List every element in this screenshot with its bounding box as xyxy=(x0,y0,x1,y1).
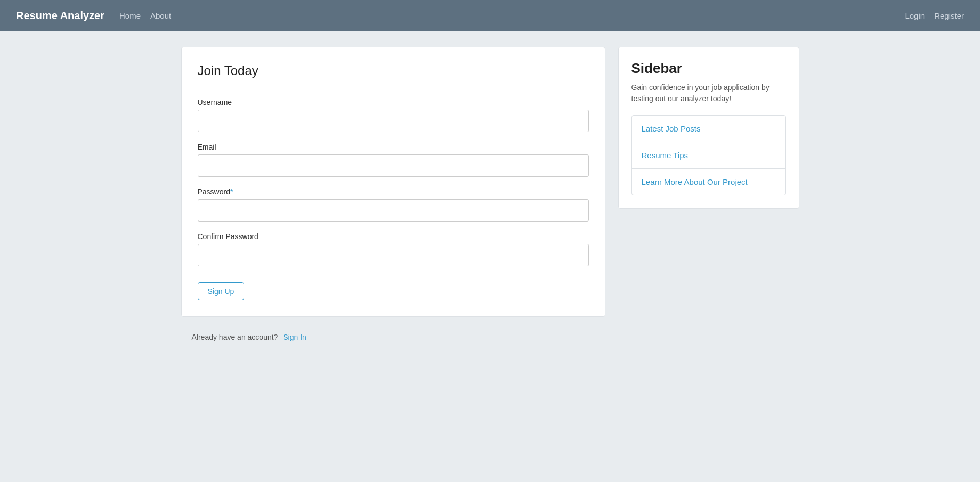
sidebar-subtitle: Gain confidence in your job application … xyxy=(631,82,786,104)
sidebar-link-item: Latest Job Posts xyxy=(632,116,785,142)
signin-link[interactable]: Sign In xyxy=(283,333,306,341)
sidebar-title: Sidebar xyxy=(631,60,786,77)
sidebar-links: Latest Job Posts Resume Tips Learn More … xyxy=(631,115,786,195)
email-input[interactable] xyxy=(198,154,589,177)
navbar-brand[interactable]: Resume Analyzer xyxy=(16,10,104,22)
nav-link-register[interactable]: Register xyxy=(934,11,964,20)
sidebar-link-job-posts[interactable]: Latest Job Posts xyxy=(642,124,701,133)
confirm-password-group: Confirm Password xyxy=(198,232,589,266)
sidebar-card: Sidebar Gain confidence in your job appl… xyxy=(618,47,799,209)
navbar-left: Resume Analyzer Home About xyxy=(16,10,171,22)
nav-link-login[interactable]: Login xyxy=(905,11,925,20)
username-input[interactable] xyxy=(198,110,589,132)
password-label: Password* xyxy=(198,187,589,196)
email-group: Email xyxy=(198,143,589,177)
sidebar-link-resume-tips[interactable]: Resume Tips xyxy=(642,151,689,160)
nav-link-home[interactable]: Home xyxy=(119,11,141,20)
form-title: Join Today xyxy=(198,63,589,87)
nav-link-about[interactable]: About xyxy=(150,11,171,20)
navbar: Resume Analyzer Home About Login Registe… xyxy=(0,0,980,31)
confirm-password-label: Confirm Password xyxy=(198,232,589,241)
password-input[interactable] xyxy=(198,199,589,222)
confirm-password-input[interactable] xyxy=(198,244,589,266)
sidebar-link-learn-more[interactable]: Learn More About Our Project xyxy=(642,177,748,186)
email-label: Email xyxy=(198,143,589,151)
form-card: Join Today Username Email Password* Conf… xyxy=(181,47,605,317)
navbar-links: Home About xyxy=(119,11,171,20)
signup-button[interactable]: Sign Up xyxy=(198,282,245,300)
sidebar-link-item: Learn More About Our Project xyxy=(632,169,785,195)
password-required-marker: * xyxy=(230,187,233,196)
form-section: Join Today Username Email Password* Conf… xyxy=(181,47,605,349)
main-container: Join Today Username Email Password* Conf… xyxy=(171,31,810,365)
username-label: Username xyxy=(198,98,589,107)
already-account-text: Already have an account? xyxy=(192,333,278,341)
sidebar-link-item: Resume Tips xyxy=(632,142,785,169)
navbar-right: Login Register xyxy=(905,11,964,20)
username-group: Username xyxy=(198,98,589,132)
password-group: Password* xyxy=(198,187,589,222)
bottom-section: Already have an account? Sign In xyxy=(181,325,605,349)
